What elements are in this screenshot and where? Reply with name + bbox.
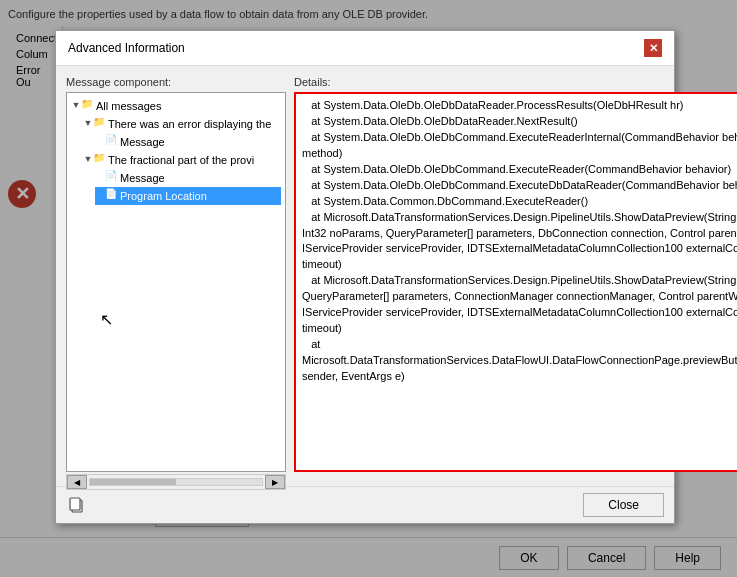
folder-icon: 📁 xyxy=(81,98,93,109)
document-icon: 📄 xyxy=(105,134,117,145)
tree-item-fractional[interactable]: ▼ 📁 The fractional part of the provi xyxy=(83,151,281,169)
expander-icon: ▼ xyxy=(71,98,81,112)
details-label: Details: xyxy=(294,76,737,88)
copy-icon-button[interactable] xyxy=(66,494,88,516)
close-button[interactable]: Close xyxy=(583,493,664,517)
tree-item-message-1[interactable]: ▷ 📄 Message xyxy=(95,133,281,151)
expander-icon: ▼ xyxy=(83,116,93,130)
copy-icon xyxy=(68,496,86,514)
folder-icon: 📁 xyxy=(93,116,105,127)
modal-titlebar: Advanced Information ✕ xyxy=(56,31,674,66)
tree-item-message-2[interactable]: ▷ 📄 Message xyxy=(95,169,281,187)
svg-rect-1 xyxy=(70,498,80,510)
tree-label: The fractional part of the provi xyxy=(108,152,254,168)
modal-footer: Close xyxy=(56,486,674,523)
expander-icon: ▼ xyxy=(83,152,93,166)
details-content-box[interactable]: at System.Data.OleDb.OleDbDataReader.Pro… xyxy=(294,92,737,472)
tree-item-program-location[interactable]: ▷ 📄 Program Location xyxy=(95,187,281,205)
footer-icons xyxy=(66,494,88,516)
folder-icon: 📁 xyxy=(93,152,105,163)
tree-label-program-location: Program Location xyxy=(120,188,207,204)
tree-label: Message xyxy=(120,170,165,186)
details-text: at System.Data.OleDb.OleDbDataReader.Pro… xyxy=(302,98,737,385)
scroll-track xyxy=(89,478,263,486)
advanced-information-dialog: Advanced Information ✕ Message component… xyxy=(55,30,675,524)
scroll-thumb[interactable] xyxy=(90,479,176,485)
tree-label: There was an error displaying the xyxy=(108,116,271,132)
modal-body: Message component: ▼ 📁 All messages ▼ 📁 … xyxy=(56,66,674,486)
scroll-left-btn[interactable]: ◀ xyxy=(67,475,87,489)
document-icon: 📄 xyxy=(105,188,117,199)
tree-label: All messages xyxy=(96,98,161,114)
tree-item-error-display[interactable]: ▼ 📁 There was an error displaying the xyxy=(83,115,281,133)
modal-title: Advanced Information xyxy=(68,41,185,55)
tree-item-all-messages[interactable]: ▼ 📁 All messages xyxy=(71,97,281,115)
details-panel: Details: at System.Data.OleDb.OleDbDataR… xyxy=(294,76,737,476)
message-tree[interactable]: ▼ 📁 All messages ▼ 📁 There was an error … xyxy=(66,92,286,472)
scroll-right-btn[interactable]: ▶ xyxy=(265,475,285,489)
tree-scrollbar[interactable]: ◀ ▶ xyxy=(66,474,286,490)
message-component-panel: Message component: ▼ 📁 All messages ▼ 📁 … xyxy=(66,76,286,476)
tree-label: Message xyxy=(120,134,165,150)
document-icon: 📄 xyxy=(105,170,117,181)
message-component-label: Message component: xyxy=(66,76,286,88)
modal-x-button[interactable]: ✕ xyxy=(644,39,662,57)
